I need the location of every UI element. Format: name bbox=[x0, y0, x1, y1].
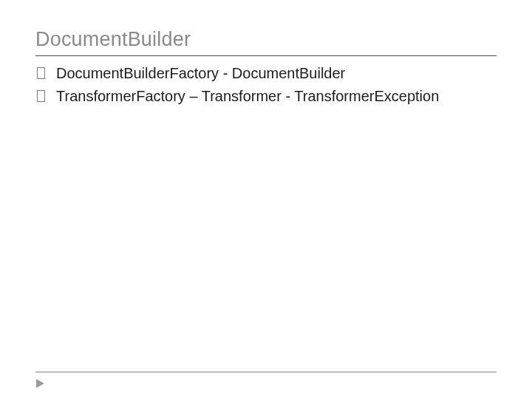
svg-marker-0 bbox=[36, 379, 44, 388]
bullet-icon bbox=[35, 89, 46, 103]
play-icon bbox=[35, 378, 46, 389]
title-block: DocumentBuilder bbox=[35, 28, 497, 56]
slide: DocumentBuilder DocumentBuilderFactory -… bbox=[0, 0, 532, 399]
list-item: DocumentBuilderFactory - DocumentBuilder bbox=[35, 64, 497, 83]
list-item-text: DocumentBuilderFactory - DocumentBuilder bbox=[56, 64, 345, 83]
list-item: TransformerFactory – Transformer - Trans… bbox=[35, 86, 497, 106]
title-divider bbox=[35, 55, 497, 56]
page-title: DocumentBuilder bbox=[35, 28, 497, 51]
footer-divider bbox=[35, 372, 497, 372]
list-item-text: TransformerFactory – Transformer - Trans… bbox=[56, 86, 439, 106]
bullet-list: DocumentBuilderFactory - DocumentBuilder… bbox=[35, 64, 497, 106]
bullet-icon bbox=[35, 66, 46, 80]
